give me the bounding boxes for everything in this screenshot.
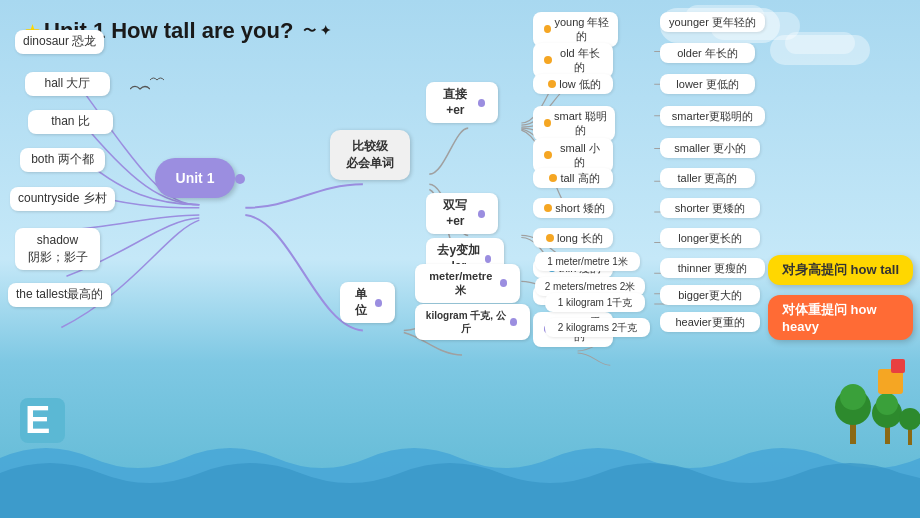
word-low[interactable]: low 低的 bbox=[533, 74, 613, 94]
kilogram-item-1[interactable]: 1 kilogram 1千克 bbox=[545, 293, 645, 312]
left-node-both[interactable]: both 两个都 bbox=[20, 148, 105, 172]
comparative-heavier[interactable]: heavier更重的 bbox=[660, 312, 760, 332]
comparative-bigger[interactable]: bigger更大的 bbox=[660, 285, 760, 305]
comparative-taller[interactable]: taller 更高的 bbox=[660, 168, 755, 188]
unit-label: 单位 bbox=[350, 287, 372, 318]
svg-point-9 bbox=[899, 408, 920, 430]
both-label: both 两个都 bbox=[31, 152, 94, 168]
comparative-label: 比较级必会单词 bbox=[346, 138, 394, 172]
branch-comparative[interactable]: 比较级必会单词 bbox=[330, 130, 410, 180]
unit-dot bbox=[375, 299, 382, 307]
svg-point-4 bbox=[840, 384, 866, 410]
branch-direct-er[interactable]: 直接+er bbox=[426, 82, 498, 123]
wave-decoration bbox=[0, 428, 920, 518]
how-heavy-label: 对体重提问 how heavy bbox=[782, 302, 877, 334]
comparative-lower[interactable]: lower 更低的 bbox=[660, 74, 755, 94]
svg-text:E: E bbox=[25, 399, 50, 441]
word-old[interactable]: old 年长的 bbox=[533, 43, 613, 78]
page-title-bar: ★ Unit 1 How tall are you? 〜 ✦ bbox=[10, 10, 910, 52]
seagull-icon: 〜 ✦ bbox=[303, 22, 331, 40]
comparative-shorter[interactable]: shorter 更矮的 bbox=[660, 198, 760, 218]
meter-item-1[interactable]: 1 meter/metre 1米 bbox=[535, 252, 640, 271]
deco-right-items bbox=[873, 339, 908, 403]
center-node[interactable]: Unit 1 bbox=[155, 158, 235, 198]
word-long[interactable]: long 长的 bbox=[533, 228, 613, 248]
double-er-dot bbox=[478, 210, 485, 218]
meter-label: meter/metre 米 bbox=[425, 269, 497, 298]
comparative-longer[interactable]: longer更长的 bbox=[660, 228, 760, 248]
branch-meter[interactable]: meter/metre 米 bbox=[415, 264, 520, 303]
countryside-label: countryside 乡村 bbox=[18, 191, 107, 207]
center-node-label: Unit 1 bbox=[176, 169, 215, 187]
hall-label: hall 大厅 bbox=[44, 76, 90, 92]
center-connector-dot bbox=[235, 174, 245, 184]
svg-rect-11 bbox=[891, 359, 905, 373]
comparative-smarter[interactable]: smarter更聪明的 bbox=[660, 106, 765, 126]
seagull-1 bbox=[130, 80, 150, 98]
left-node-tallest[interactable]: the tallest最高的 bbox=[8, 283, 111, 307]
branch-kilogram[interactable]: kilogram 千克, 公斤 bbox=[415, 304, 530, 340]
left-node-hall[interactable]: hall 大厅 bbox=[25, 72, 110, 96]
elephant-decoration: E bbox=[15, 393, 70, 448]
comparative-older[interactable]: older 年长的 bbox=[660, 43, 755, 63]
branch-unit[interactable]: 单位 bbox=[340, 282, 395, 323]
dinosaur-label: dinosaur 恐龙 bbox=[23, 34, 96, 50]
kilogram-item-2[interactable]: 2 kilograms 2千克 bbox=[545, 318, 650, 337]
word-young[interactable]: young 年轻的 bbox=[533, 12, 618, 47]
left-node-dinosaur[interactable]: dinosaur 恐龙 bbox=[15, 30, 104, 54]
main-content: ★ Unit 1 How tall are you? 〜 ✦ bbox=[0, 0, 920, 430]
word-smart[interactable]: smart 聪明的 bbox=[533, 106, 615, 141]
y-ler-dot bbox=[485, 255, 491, 263]
meter-dot bbox=[500, 279, 507, 287]
left-node-countryside[interactable]: countryside 乡村 bbox=[10, 187, 115, 211]
kilogram-label: kilogram 千克, 公斤 bbox=[425, 309, 507, 335]
left-node-shadow[interactable]: shadow阴影；影子 bbox=[15, 228, 100, 270]
info-box-how-heavy[interactable]: 对体重提问 how heavy bbox=[768, 295, 913, 340]
than-label: than 比 bbox=[51, 114, 90, 130]
left-node-than[interactable]: than 比 bbox=[28, 110, 113, 134]
direct-er-label: 直接+er bbox=[436, 87, 475, 118]
word-tall[interactable]: tall 高的 bbox=[533, 168, 613, 188]
branch-double-er[interactable]: 双写+er bbox=[426, 193, 498, 234]
info-box-how-tall[interactable]: 对身高提问 how tall bbox=[768, 255, 913, 285]
how-tall-label: 对身高提问 how tall bbox=[782, 262, 899, 277]
svg-rect-8 bbox=[908, 429, 912, 445]
tallest-label: the tallest最高的 bbox=[16, 287, 103, 303]
word-short[interactable]: short 矮的 bbox=[533, 198, 613, 218]
comparative-younger[interactable]: younger 更年轻的 bbox=[660, 12, 765, 32]
kilogram-dot bbox=[510, 318, 517, 326]
double-er-label: 双写+er bbox=[436, 198, 475, 229]
comparative-smaller[interactable]: smaller 更小的 bbox=[660, 138, 760, 158]
seagull-2 bbox=[150, 70, 164, 88]
comparative-thinner[interactable]: thinner 更瘦的 bbox=[660, 258, 765, 278]
shadow-label: shadow阴影；影子 bbox=[28, 232, 88, 266]
direct-er-dot bbox=[478, 99, 485, 107]
